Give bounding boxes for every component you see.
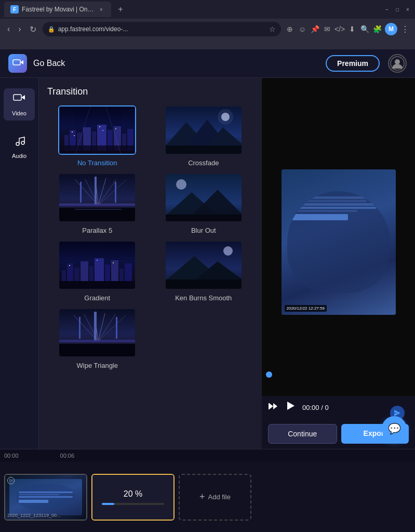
close-button[interactable]: × — [405, 6, 411, 12]
profile-button[interactable]: M — [385, 23, 397, 35]
svg-rect-19 — [72, 131, 73, 132]
preview-content: 2020/12/22 12:27:59 — [262, 78, 415, 396]
play-button[interactable] — [285, 400, 296, 415]
main-layout: Video Audio Transition — [0, 78, 415, 449]
minimize-button[interactable]: − — [384, 6, 390, 12]
extensions-icon[interactable]: ⊕ — [285, 24, 294, 34]
transition-thumb-ken-burns[interactable] — [165, 241, 243, 290]
search-icon[interactable]: 🔍 — [360, 24, 369, 34]
clip-play-icon: ▷ — [7, 477, 15, 484]
video-preview: 2020/12/22 12:27:59 — [262, 78, 415, 396]
new-tab-button[interactable]: + — [114, 3, 127, 16]
refresh-button[interactable]: ↻ — [28, 23, 38, 35]
chat-icon: 💬 — [388, 422, 401, 435]
back-button[interactable]: ‹ — [5, 23, 12, 35]
add-file-button[interactable]: + Add file — [179, 474, 251, 521]
transition-item-blur-out[interactable]: Blur Out — [154, 173, 254, 234]
transition-label-gradient: Gradient — [84, 294, 110, 302]
transition-item-parallax5[interactable]: Parallax 5 — [47, 173, 148, 234]
transition-label-crossfade: Crossfade — [188, 159, 219, 167]
transition-grid: No Transition — [47, 105, 253, 369]
svg-marker-1 — [20, 60, 23, 64]
svg-rect-66 — [97, 260, 98, 261]
bookmark-icon[interactable]: ☆ — [269, 25, 276, 33]
timeline-clip-2[interactable]: 20 % — [91, 474, 175, 521]
clip-1-content: ▷ 2020_1222_123119_00... — [5, 475, 86, 520]
app-header: Go Back Premium — [0, 49, 415, 78]
svg-marker-85 — [269, 403, 273, 409]
svg-rect-65 — [69, 265, 70, 266]
sidebar-audio-label: Audio — [12, 153, 26, 159]
maximize-button[interactable]: □ — [394, 6, 400, 12]
transition-item-no-transition[interactable]: No Transition — [47, 105, 148, 167]
svg-point-33 — [218, 109, 233, 125]
menu-button[interactable]: ⋮ — [400, 24, 410, 34]
download-icon[interactable]: ⬇ — [347, 24, 357, 34]
svg-rect-24 — [59, 145, 135, 154]
transition-label-no-transition: No Transition — [77, 159, 117, 167]
svg-rect-67 — [113, 262, 114, 263]
svg-rect-71 — [166, 280, 242, 289]
clip-2-content: 20 % — [92, 475, 173, 520]
transition-label-ken-burns: Ken Burns Smooth — [175, 294, 232, 302]
video-icon — [13, 92, 25, 108]
svg-rect-22 — [102, 130, 103, 131]
premium-button[interactable]: Premium — [326, 55, 380, 72]
clip-1-label: 2020_1222_123119_00... — [7, 513, 61, 518]
svg-marker-88 — [287, 402, 294, 410]
sidebar-item-audio[interactable]: Audio — [4, 131, 35, 163]
app-logo — [8, 54, 27, 73]
svg-marker-86 — [273, 403, 277, 409]
svg-rect-83 — [59, 340, 135, 342]
timeline-clip-1[interactable]: ▷ 2020_1222_123119_00... — [4, 474, 87, 521]
timestamp-badge: 2020/12/22 12:27:59 — [285, 305, 327, 312]
svg-rect-82 — [116, 317, 117, 339]
content-panel: Transition — [39, 78, 262, 449]
svg-rect-64 — [59, 281, 135, 289]
transition-thumb-no-transition[interactable] — [58, 105, 136, 155]
svg-rect-84 — [59, 344, 135, 356]
continue-button[interactable]: Continue — [268, 424, 337, 444]
transition-thumb-blur-out[interactable] — [165, 173, 243, 222]
forward-button[interactable]: › — [16, 23, 23, 35]
svg-point-52 — [176, 179, 186, 190]
emoji-icon[interactable]: ☺ — [298, 24, 307, 34]
skip-back-button[interactable] — [268, 401, 278, 414]
code-icon[interactable]: </> — [335, 24, 344, 34]
go-back-button[interactable]: Go Back — [33, 59, 65, 68]
active-tab[interactable]: F Fastreel by Movavi | Online Vid... × — [4, 2, 111, 17]
mail-icon[interactable]: ✉ — [323, 24, 332, 34]
transition-thumb-gradient[interactable] — [58, 241, 136, 290]
svg-rect-4 — [14, 95, 21, 100]
svg-rect-42 — [80, 182, 82, 203]
transition-thumb-crossfade[interactable] — [165, 105, 243, 155]
transition-thumb-wipe-triangle[interactable] — [58, 308, 136, 357]
transition-label-wipe-triangle: Wipe Triangle — [77, 362, 118, 369]
transition-item-ken-burns[interactable]: Ken Burns Smooth — [154, 241, 254, 302]
transition-item-gradient[interactable]: Gradient — [47, 241, 148, 302]
tab-close-button[interactable]: × — [98, 6, 105, 13]
ssl-lock-icon: 🔒 — [48, 26, 55, 33]
url-text: app.fastreel.com/video-... — [58, 25, 128, 33]
browser-chrome: F Fastreel by Movavi | Online Vid... × +… — [0, 0, 415, 49]
transition-thumb-parallax5[interactable] — [58, 173, 136, 222]
pin-icon[interactable]: 📌 — [310, 24, 319, 34]
transition-item-wipe-triangle[interactable]: Wipe Triangle — [47, 308, 148, 369]
svg-rect-0 — [13, 60, 20, 65]
app-container: Go Back Premium Video — [0, 49, 415, 532]
sidebar-item-video[interactable]: Video — [4, 88, 35, 121]
svg-point-72 — [223, 246, 233, 256]
svg-rect-47 — [59, 204, 135, 204]
transition-label-blur-out: Blur Out — [191, 227, 216, 234]
address-bar[interactable]: 🔒 app.fastreel.com/video-... ☆ — [43, 22, 281, 36]
transition-section-title: Transition — [47, 86, 253, 97]
window-controls: − □ × — [384, 6, 411, 12]
svg-rect-43 — [115, 182, 116, 203]
progress-percent-text: 20 % — [124, 489, 142, 499]
timeline: 00:00 00:06 — [0, 449, 415, 532]
chat-button[interactable]: 💬 — [382, 416, 407, 441]
svg-rect-80 — [94, 312, 97, 341]
user-avatar[interactable] — [388, 54, 407, 73]
puzzle-icon[interactable]: 🧩 — [372, 24, 382, 34]
transition-item-crossfade[interactable]: Crossfade — [154, 105, 254, 167]
